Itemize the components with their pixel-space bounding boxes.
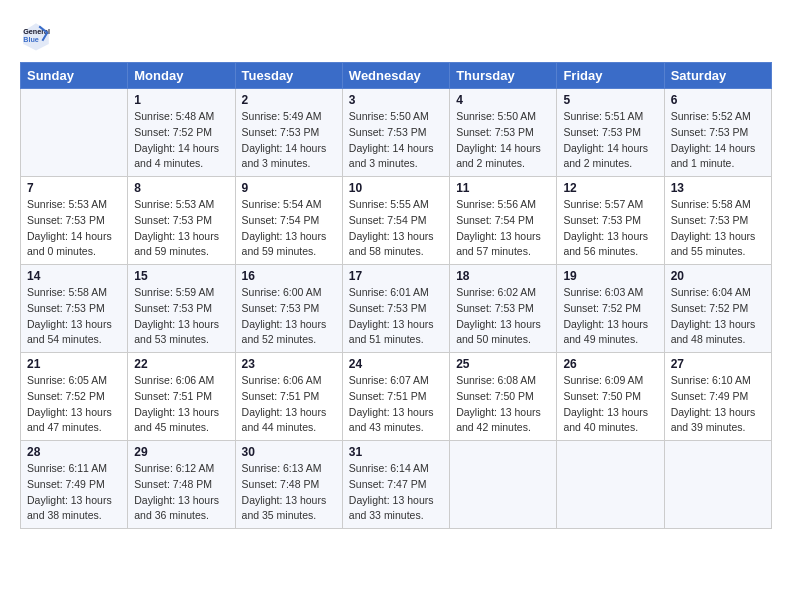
calendar-cell: 16Sunrise: 6:00 AMSunset: 7:53 PMDayligh…: [235, 265, 342, 353]
day-number: 23: [242, 357, 336, 371]
day-number: 16: [242, 269, 336, 283]
calendar-body: 1Sunrise: 5:48 AMSunset: 7:52 PMDaylight…: [21, 89, 772, 529]
day-number: 7: [27, 181, 121, 195]
day-number: 11: [456, 181, 550, 195]
day-info: Sunrise: 6:06 AMSunset: 7:51 PMDaylight:…: [134, 373, 228, 436]
day-info: Sunrise: 5:55 AMSunset: 7:54 PMDaylight:…: [349, 197, 443, 260]
day-number: 9: [242, 181, 336, 195]
calendar-cell: 21Sunrise: 6:05 AMSunset: 7:52 PMDayligh…: [21, 353, 128, 441]
logo: General Blue: [20, 20, 56, 52]
calendar-cell: 17Sunrise: 6:01 AMSunset: 7:53 PMDayligh…: [342, 265, 449, 353]
day-info: Sunrise: 6:08 AMSunset: 7:50 PMDaylight:…: [456, 373, 550, 436]
weekday-header: Saturday: [664, 63, 771, 89]
day-number: 31: [349, 445, 443, 459]
calendar-cell: 19Sunrise: 6:03 AMSunset: 7:52 PMDayligh…: [557, 265, 664, 353]
calendar-cell: 7Sunrise: 5:53 AMSunset: 7:53 PMDaylight…: [21, 177, 128, 265]
day-info: Sunrise: 5:54 AMSunset: 7:54 PMDaylight:…: [242, 197, 336, 260]
calendar-header-row: SundayMondayTuesdayWednesdayThursdayFrid…: [21, 63, 772, 89]
calendar-cell: [664, 441, 771, 529]
day-info: Sunrise: 6:07 AMSunset: 7:51 PMDaylight:…: [349, 373, 443, 436]
day-info: Sunrise: 6:04 AMSunset: 7:52 PMDaylight:…: [671, 285, 765, 348]
day-number: 22: [134, 357, 228, 371]
day-number: 27: [671, 357, 765, 371]
calendar-cell: [21, 89, 128, 177]
calendar-cell: [557, 441, 664, 529]
day-number: 29: [134, 445, 228, 459]
day-number: 12: [563, 181, 657, 195]
svg-text:Blue: Blue: [23, 35, 39, 44]
day-info: Sunrise: 6:09 AMSunset: 7:50 PMDaylight:…: [563, 373, 657, 436]
calendar-cell: 29Sunrise: 6:12 AMSunset: 7:48 PMDayligh…: [128, 441, 235, 529]
calendar-cell: 4Sunrise: 5:50 AMSunset: 7:53 PMDaylight…: [450, 89, 557, 177]
day-number: 25: [456, 357, 550, 371]
day-info: Sunrise: 5:53 AMSunset: 7:53 PMDaylight:…: [134, 197, 228, 260]
weekday-header: Monday: [128, 63, 235, 89]
day-number: 26: [563, 357, 657, 371]
day-info: Sunrise: 6:10 AMSunset: 7:49 PMDaylight:…: [671, 373, 765, 436]
calendar-cell: 12Sunrise: 5:57 AMSunset: 7:53 PMDayligh…: [557, 177, 664, 265]
calendar-cell: 9Sunrise: 5:54 AMSunset: 7:54 PMDaylight…: [235, 177, 342, 265]
weekday-header: Tuesday: [235, 63, 342, 89]
day-info: Sunrise: 5:58 AMSunset: 7:53 PMDaylight:…: [27, 285, 121, 348]
day-info: Sunrise: 6:01 AMSunset: 7:53 PMDaylight:…: [349, 285, 443, 348]
day-info: Sunrise: 5:49 AMSunset: 7:53 PMDaylight:…: [242, 109, 336, 172]
calendar-cell: 15Sunrise: 5:59 AMSunset: 7:53 PMDayligh…: [128, 265, 235, 353]
weekday-header: Wednesday: [342, 63, 449, 89]
calendar-cell: 26Sunrise: 6:09 AMSunset: 7:50 PMDayligh…: [557, 353, 664, 441]
day-info: Sunrise: 6:14 AMSunset: 7:47 PMDaylight:…: [349, 461, 443, 524]
day-info: Sunrise: 5:50 AMSunset: 7:53 PMDaylight:…: [456, 109, 550, 172]
day-info: Sunrise: 6:05 AMSunset: 7:52 PMDaylight:…: [27, 373, 121, 436]
calendar-cell: 14Sunrise: 5:58 AMSunset: 7:53 PMDayligh…: [21, 265, 128, 353]
day-number: 20: [671, 269, 765, 283]
page-header: General Blue: [20, 20, 772, 52]
day-number: 15: [134, 269, 228, 283]
day-info: Sunrise: 5:48 AMSunset: 7:52 PMDaylight:…: [134, 109, 228, 172]
calendar-cell: 1Sunrise: 5:48 AMSunset: 7:52 PMDaylight…: [128, 89, 235, 177]
calendar-cell: [450, 441, 557, 529]
day-number: 19: [563, 269, 657, 283]
logo-icon: General Blue: [20, 20, 52, 52]
day-number: 8: [134, 181, 228, 195]
weekday-header: Thursday: [450, 63, 557, 89]
day-number: 18: [456, 269, 550, 283]
day-number: 28: [27, 445, 121, 459]
calendar-cell: 18Sunrise: 6:02 AMSunset: 7:53 PMDayligh…: [450, 265, 557, 353]
calendar-cell: 5Sunrise: 5:51 AMSunset: 7:53 PMDaylight…: [557, 89, 664, 177]
day-info: Sunrise: 6:11 AMSunset: 7:49 PMDaylight:…: [27, 461, 121, 524]
calendar-cell: 24Sunrise: 6:07 AMSunset: 7:51 PMDayligh…: [342, 353, 449, 441]
day-number: 1: [134, 93, 228, 107]
calendar-cell: 3Sunrise: 5:50 AMSunset: 7:53 PMDaylight…: [342, 89, 449, 177]
calendar-cell: 13Sunrise: 5:58 AMSunset: 7:53 PMDayligh…: [664, 177, 771, 265]
calendar-week-row: 7Sunrise: 5:53 AMSunset: 7:53 PMDaylight…: [21, 177, 772, 265]
calendar-week-row: 28Sunrise: 6:11 AMSunset: 7:49 PMDayligh…: [21, 441, 772, 529]
day-info: Sunrise: 6:13 AMSunset: 7:48 PMDaylight:…: [242, 461, 336, 524]
day-info: Sunrise: 6:02 AMSunset: 7:53 PMDaylight:…: [456, 285, 550, 348]
day-info: Sunrise: 5:51 AMSunset: 7:53 PMDaylight:…: [563, 109, 657, 172]
calendar-cell: 20Sunrise: 6:04 AMSunset: 7:52 PMDayligh…: [664, 265, 771, 353]
day-number: 13: [671, 181, 765, 195]
day-number: 24: [349, 357, 443, 371]
day-number: 21: [27, 357, 121, 371]
day-number: 2: [242, 93, 336, 107]
day-info: Sunrise: 5:58 AMSunset: 7:53 PMDaylight:…: [671, 197, 765, 260]
calendar-cell: 10Sunrise: 5:55 AMSunset: 7:54 PMDayligh…: [342, 177, 449, 265]
calendar-week-row: 1Sunrise: 5:48 AMSunset: 7:52 PMDaylight…: [21, 89, 772, 177]
day-number: 14: [27, 269, 121, 283]
day-number: 6: [671, 93, 765, 107]
day-info: Sunrise: 5:56 AMSunset: 7:54 PMDaylight:…: [456, 197, 550, 260]
day-info: Sunrise: 6:06 AMSunset: 7:51 PMDaylight:…: [242, 373, 336, 436]
day-number: 30: [242, 445, 336, 459]
day-info: Sunrise: 6:12 AMSunset: 7:48 PMDaylight:…: [134, 461, 228, 524]
calendar-cell: 6Sunrise: 5:52 AMSunset: 7:53 PMDaylight…: [664, 89, 771, 177]
calendar-cell: 8Sunrise: 5:53 AMSunset: 7:53 PMDaylight…: [128, 177, 235, 265]
calendar-cell: 22Sunrise: 6:06 AMSunset: 7:51 PMDayligh…: [128, 353, 235, 441]
calendar-week-row: 14Sunrise: 5:58 AMSunset: 7:53 PMDayligh…: [21, 265, 772, 353]
day-info: Sunrise: 5:53 AMSunset: 7:53 PMDaylight:…: [27, 197, 121, 260]
day-info: Sunrise: 5:57 AMSunset: 7:53 PMDaylight:…: [563, 197, 657, 260]
day-info: Sunrise: 6:03 AMSunset: 7:52 PMDaylight:…: [563, 285, 657, 348]
calendar-cell: 30Sunrise: 6:13 AMSunset: 7:48 PMDayligh…: [235, 441, 342, 529]
day-info: Sunrise: 5:59 AMSunset: 7:53 PMDaylight:…: [134, 285, 228, 348]
calendar-table: SundayMondayTuesdayWednesdayThursdayFrid…: [20, 62, 772, 529]
day-number: 17: [349, 269, 443, 283]
day-number: 4: [456, 93, 550, 107]
